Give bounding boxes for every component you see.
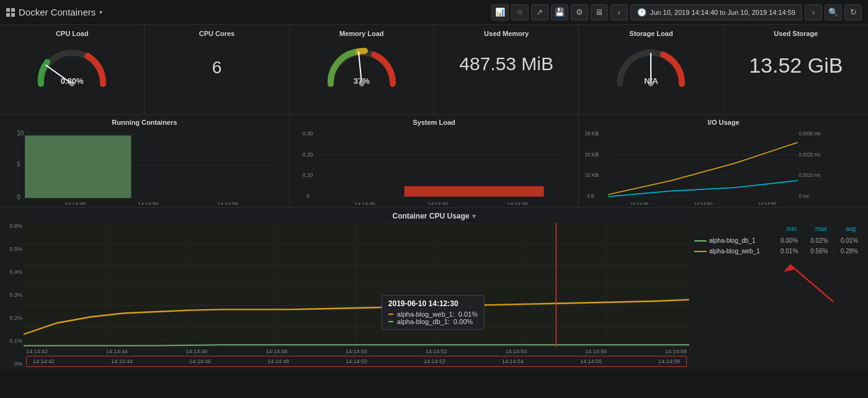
svg-text:29 KiB: 29 KiB <box>585 131 599 137</box>
legend-name-db: alpha-blog_db_1 <box>694 237 756 244</box>
x-axis-labels: 14:14:42 14:14:44 14:14:46 14:14:48 14:1… <box>24 348 689 355</box>
refresh-button[interactable]: ↻ <box>844 4 862 20</box>
memory-load-gauge: 37% <box>324 43 399 87</box>
system-load-chart-area: 0.30 0.20 0.10 0 14:14:45 14:14:50 14:14… <box>295 129 574 205</box>
time-range-bar: 14:14:42 14:14:44 14:14:46 14:14:48 14:1… <box>26 356 687 367</box>
running-containers-chart-area: 10 5 0 14:14:45 14:14:50 14:14:55 <box>5 129 284 205</box>
time-range-display[interactable]: 🕐 Jun 10, 2019 14:14:40 to Jun 10, 2019 … <box>630 4 802 20</box>
svg-line-59 <box>790 265 833 302</box>
cpu-usage-svg <box>24 223 689 347</box>
star-button[interactable]: ☆ <box>511 4 529 20</box>
svg-text:14:14:45: 14:14:45 <box>354 201 375 205</box>
legend-web-vals: 0.01% 0.56% 0.28% <box>781 248 858 255</box>
cpu-cores-value: 6 <box>212 58 222 78</box>
memory-load-title: Memory Load <box>339 30 384 37</box>
svg-text:0.0030 ms: 0.0030 ms <box>799 131 821 137</box>
legend-web-avg: 0.28% <box>841 248 858 255</box>
legend-db-label: alpha-blog_db_1 <box>709 237 756 244</box>
monitor-button[interactable]: 🖥 <box>591 4 608 20</box>
legend-max-header: max <box>815 225 827 232</box>
chart-running-containers: Running Containers 10 5 0 14:14:45 14:14… <box>0 115 290 207</box>
svg-rect-24 <box>404 186 544 197</box>
legend-db-line <box>694 240 707 242</box>
chart-legend: min max avg alpha-blog_db_1 0.00% 0.02% … <box>689 223 863 367</box>
svg-text:14:14:55: 14:14:55 <box>218 201 238 205</box>
add-panel-button[interactable]: 📊 <box>491 4 509 20</box>
svg-rect-12 <box>25 135 131 198</box>
zoom-button[interactable]: 🔍 <box>825 4 842 20</box>
storage-load-value: N/A <box>644 76 658 86</box>
tooltip-web-label: alpha-blog_web_1: <box>397 310 455 318</box>
running-containers-svg: 10 5 0 14:14:45 14:14:50 14:14:55 <box>5 129 284 205</box>
legend-web-min: 0.01% <box>781 248 798 255</box>
bottom-section: Container CPU Usage ▾ 0.6% 0.5% 0.4% 0.3… <box>0 208 868 369</box>
save-button[interactable]: 💾 <box>551 4 568 20</box>
title-chevron-icon[interactable]: ▾ <box>99 9 102 16</box>
cpu-cores-title: CPU Cores <box>199 30 235 37</box>
used-storage-value: 13.52 GiB <box>749 53 843 78</box>
legend-db-avg: 0.01% <box>841 237 858 244</box>
svg-text:14:14:55: 14:14:55 <box>758 202 777 205</box>
legend-row-web[interactable]: alpha-blog_web_1 0.01% 0.56% 0.28% <box>694 248 858 255</box>
legend-min-header: min <box>787 225 797 232</box>
metric-used-memory: Used Memory 487.53 MiB <box>434 25 579 114</box>
legend-avg-header: avg <box>846 225 856 232</box>
svg-text:10: 10 <box>17 130 24 137</box>
metric-storage-load: Storage Load N/A <box>579 25 723 114</box>
system-load-svg: 0.30 0.20 0.10 0 14:14:45 14:14:50 14:14… <box>295 129 574 205</box>
legend-db-max: 0.02% <box>810 237 828 244</box>
io-usage-chart-area: 29 KiB 20 KiB 10 KiB 0 B 0.0030 ms 0.002… <box>584 129 863 205</box>
legend-row-db[interactable]: alpha-blog_db_1 0.00% 0.02% 0.01% <box>694 237 858 244</box>
svg-text:0.0010 ms: 0.0010 ms <box>799 173 821 179</box>
used-memory-value: 487.53 MiB <box>459 53 553 75</box>
cpu-load-value: 0.80% <box>61 76 84 86</box>
bottom-chart-wrapper: 0.6% 0.5% 0.4% 0.3% 0.2% 0.1% 0% <box>5 223 863 367</box>
svg-text:14:14:55: 14:14:55 <box>507 201 527 205</box>
storage-load-gauge: N/A <box>614 43 688 87</box>
tooltip-db-color <box>388 321 393 322</box>
svg-text:14:14:50: 14:14:50 <box>427 201 448 205</box>
svg-text:0 B: 0 B <box>588 193 595 199</box>
charts-row: Running Containers 10 5 0 14:14:45 14:14… <box>0 115 868 208</box>
next-button[interactable]: › <box>805 4 822 20</box>
used-memory-title: Used Memory <box>484 30 529 37</box>
chart-io-usage: I/O Usage 29 KiB 20 KiB 10 KiB 0 B 0.003… <box>579 115 868 207</box>
tooltip-row-db: alpha-blog_db_1: 0.00% <box>388 318 478 325</box>
storage-load-title: Storage Load <box>629 30 673 37</box>
metrics-row: CPU Load 0.80% CPU Cores 6 Memory Load <box>0 25 868 115</box>
top-bar-right: 📊 ☆ ↗ 💾 ⚙ 🖥 ‹ 🕐 Jun 10, 2019 14:14:40 to… <box>491 4 862 20</box>
svg-text:14:14:45: 14:14:45 <box>630 202 649 205</box>
legend-web-max: 0.56% <box>810 248 828 255</box>
prev-button[interactable]: ‹ <box>611 4 628 20</box>
memory-load-value: 37% <box>354 76 370 86</box>
tooltip-web-color <box>388 314 393 315</box>
cpu-load-gauge: 0.80% <box>35 43 109 87</box>
used-storage-title: Used Storage <box>774 30 818 37</box>
share-button[interactable]: ↗ <box>531 4 548 20</box>
main-chart-area: 14:14:42 14:14:44 14:14:46 14:14:48 14:1… <box>24 223 689 367</box>
svg-text:14:14:50: 14:14:50 <box>694 202 713 205</box>
cpu-load-title: CPU Load <box>56 30 89 37</box>
top-bar: Docker Containers ▾ 📊 ☆ ↗ 💾 ⚙ 🖥 ‹ 🕐 Jun … <box>0 0 868 25</box>
settings-button[interactable]: ⚙ <box>571 4 588 20</box>
svg-text:20 KiB: 20 KiB <box>585 152 599 158</box>
metric-memory-load: Memory Load 37% <box>290 25 434 114</box>
cpu-usage-chart-title: Container CPU Usage ▾ <box>5 212 863 220</box>
page-title: Docker Containers <box>19 7 96 17</box>
svg-text:14:14:45: 14:14:45 <box>65 201 85 205</box>
legend-web-line <box>694 251 707 252</box>
running-containers-title: Running Containers <box>5 119 284 126</box>
legend-web-label: alpha-blog_web_1 <box>709 248 760 255</box>
system-load-title: System Load <box>295 119 574 126</box>
svg-text:5: 5 <box>17 161 20 168</box>
arrow-annotation-area <box>694 258 858 364</box>
svg-text:0.0020 ms: 0.0020 ms <box>799 152 821 158</box>
chart-system-load: System Load 0.30 0.20 0.10 0 14:14:45 14… <box>290 115 579 207</box>
svg-text:0: 0 <box>306 193 310 199</box>
cpu-usage-chevron-icon[interactable]: ▾ <box>472 212 476 220</box>
io-usage-title: I/O Usage <box>584 119 863 126</box>
metric-used-storage: Used Storage 13.52 GiB <box>724 25 868 114</box>
legend-header: min max avg <box>694 225 858 232</box>
tooltip-web-value: 0.01% <box>459 310 478 318</box>
tooltip-row-web: alpha-blog_web_1: 0.01% <box>388 310 478 318</box>
